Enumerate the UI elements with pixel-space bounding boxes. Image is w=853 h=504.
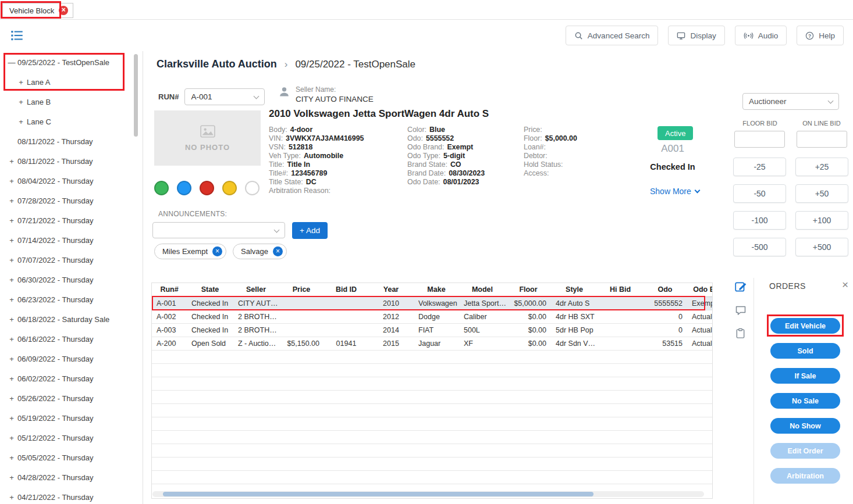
tree-expander-icon[interactable] xyxy=(7,315,16,324)
order-action-button[interactable]: Sold xyxy=(770,343,840,359)
column-header[interactable]: Odo Brand xyxy=(687,283,713,296)
table-horizontal-scrollbar[interactable] xyxy=(152,491,704,497)
tree-expander-icon[interactable] xyxy=(16,78,26,87)
tree-expander-icon[interactable] xyxy=(16,117,26,126)
sale-tree-item[interactable]: 06/02/2022 - Thursday xyxy=(0,369,143,388)
sale-tree-item[interactable]: 05/12/2022 - Thursday xyxy=(0,428,143,448)
column-header[interactable]: Seller xyxy=(233,283,279,296)
sale-tree-item[interactable]: 08/04/2022 - Thursday xyxy=(0,171,143,191)
sale-tree-item[interactable]: 08/11/2022 - Thursday xyxy=(0,131,143,151)
table-row[interactable]: A-003Checked In2 BROTH…2014FIAT500L$0.00… xyxy=(152,323,713,337)
online-bid-input[interactable] xyxy=(797,131,847,148)
sale-tree-item[interactable]: 09/25/2022 - TestOpenSale xyxy=(0,52,143,72)
sale-tree-item[interactable]: 07/14/2022 - Thursday xyxy=(0,230,143,250)
column-header[interactable]: Floor xyxy=(506,283,551,296)
tree-expander-icon[interactable] xyxy=(7,58,16,67)
announcements-select[interactable] xyxy=(152,222,285,238)
column-header[interactable]: Run# xyxy=(152,283,187,296)
bid-increment-button[interactable]: -50 xyxy=(733,184,786,203)
sale-tree-item[interactable]: 06/16/2022 - Thursday xyxy=(0,329,143,349)
tree-expander-icon[interactable] xyxy=(7,473,16,482)
tab-close-icon[interactable] xyxy=(59,6,68,15)
floor-bid-input[interactable] xyxy=(734,131,785,148)
breadcrumb-root[interactable]: Clarksville Auto Auction xyxy=(157,58,277,70)
order-action-button[interactable]: No Show xyxy=(770,418,840,434)
sale-tree-item[interactable]: 06/30/2022 - Thursday xyxy=(0,270,143,289)
table-row[interactable]: A-001Checked InCITY AUT…2010VolkswagenJe… xyxy=(152,296,713,310)
sale-tree-item[interactable]: 08/11/2022 - Thursday xyxy=(0,151,143,171)
bid-increment-button[interactable]: -500 xyxy=(733,238,786,256)
tree-expander-icon[interactable] xyxy=(7,177,16,185)
sale-tree-item[interactable]: 05/26/2022 - Thursday xyxy=(0,388,143,408)
sale-tree-item[interactable]: 07/28/2022 - Thursday xyxy=(0,191,143,210)
sale-tree-item[interactable]: 06/18/2022 - Saturday Sale xyxy=(0,309,143,329)
help-button[interactable]: ? Help xyxy=(797,26,844,45)
sale-tree-item[interactable]: 06/09/2022 - Thursday xyxy=(0,349,143,369)
bid-increment-button[interactable]: -25 xyxy=(733,158,786,176)
tree-expander-icon[interactable] xyxy=(7,157,16,166)
order-action-button[interactable]: Edit Vehicle xyxy=(770,318,840,334)
color-dot[interactable] xyxy=(200,181,214,195)
sale-tree-item[interactable]: Lane C xyxy=(0,112,143,131)
tree-expander-icon[interactable] xyxy=(16,98,26,106)
add-announcement-button[interactable]: + Add xyxy=(292,222,328,239)
sidebar-scrollbar[interactable] xyxy=(134,54,138,137)
order-action-button[interactable]: Edit Order xyxy=(770,443,840,459)
sale-tree-item[interactable]: 05/05/2022 - Thursday xyxy=(0,448,143,467)
table-row[interactable]: A-200Open SoldZ - Auctio…$5,150.00019412… xyxy=(152,337,713,350)
clipboard-icon[interactable] xyxy=(735,328,746,339)
column-header[interactable]: Model xyxy=(459,283,506,296)
tree-expander-icon[interactable] xyxy=(7,276,16,284)
show-more-link[interactable]: Show More xyxy=(650,187,699,196)
order-action-button[interactable]: Arbitration xyxy=(770,468,840,484)
edit-note-icon[interactable] xyxy=(734,280,747,293)
tree-expander-icon[interactable] xyxy=(7,355,16,363)
tree-expander-icon[interactable] xyxy=(7,216,16,225)
bid-increment-button[interactable]: +500 xyxy=(795,238,848,256)
order-action-button[interactable]: No Sale xyxy=(770,393,840,409)
bid-increment-button[interactable]: +50 xyxy=(795,184,848,203)
tree-expander-icon[interactable] xyxy=(7,493,16,502)
audio-button[interactable]: Audio xyxy=(735,26,787,45)
bid-increment-button[interactable]: +25 xyxy=(795,158,848,176)
color-dot[interactable] xyxy=(154,181,169,195)
column-header[interactable]: Price xyxy=(279,283,324,296)
tree-expander-icon[interactable] xyxy=(7,394,16,403)
column-header[interactable]: Bid ID xyxy=(324,283,368,296)
advanced-search-button[interactable]: Advanced Search xyxy=(566,26,659,45)
comment-icon[interactable] xyxy=(735,305,747,316)
column-header[interactable]: Year xyxy=(368,283,414,296)
auctioneer-select[interactable]: Auctioneer xyxy=(742,93,839,110)
tag-remove-icon[interactable] xyxy=(273,246,283,256)
scrollbar-thumb[interactable] xyxy=(163,492,593,496)
sale-tree-item[interactable]: 04/28/2022 - Thursday xyxy=(0,467,143,487)
color-dot[interactable] xyxy=(177,181,191,195)
column-header[interactable]: Hi Bid xyxy=(598,283,643,296)
sale-tree-item[interactable]: 07/07/2022 - Thursday xyxy=(0,250,143,270)
tree-expander-icon[interactable] xyxy=(7,374,16,383)
column-header[interactable]: Style xyxy=(551,283,598,296)
table-row[interactable]: A-002Checked In2 BROTH…2012DodgeCaliber$… xyxy=(152,310,713,323)
sale-tree-item[interactable]: 07/21/2022 - Thursday xyxy=(0,210,143,230)
color-dot[interactable] xyxy=(245,181,260,195)
sale-tree-item[interactable]: Lane B xyxy=(0,92,143,112)
menu-icon[interactable] xyxy=(9,28,24,43)
tree-expander-icon[interactable] xyxy=(7,196,16,205)
tree-expander-icon[interactable] xyxy=(7,434,16,442)
column-header[interactable]: State xyxy=(187,283,233,296)
tree-expander-icon[interactable] xyxy=(7,295,16,304)
tree-expander-icon[interactable] xyxy=(7,335,16,344)
run-number-select[interactable]: A-001 xyxy=(184,88,265,105)
bid-increment-button[interactable]: +100 xyxy=(795,211,848,230)
color-dot[interactable] xyxy=(222,181,237,195)
vehicle-block-tab[interactable]: Vehicle Block xyxy=(2,3,73,18)
sale-tree-item[interactable]: Lane A xyxy=(0,72,143,92)
sale-tree-item[interactable]: 04/21/2022 - Thursday xyxy=(0,487,143,504)
tree-expander-icon[interactable] xyxy=(7,236,16,245)
sale-tree-item[interactable]: 06/23/2022 - Thursday xyxy=(0,289,143,309)
column-header[interactable]: Odo xyxy=(643,283,687,296)
orders-close-icon[interactable] xyxy=(842,278,848,291)
display-button[interactable]: Display xyxy=(668,26,724,45)
order-action-button[interactable]: If Sale xyxy=(770,368,840,384)
tree-expander-icon[interactable] xyxy=(7,453,16,462)
